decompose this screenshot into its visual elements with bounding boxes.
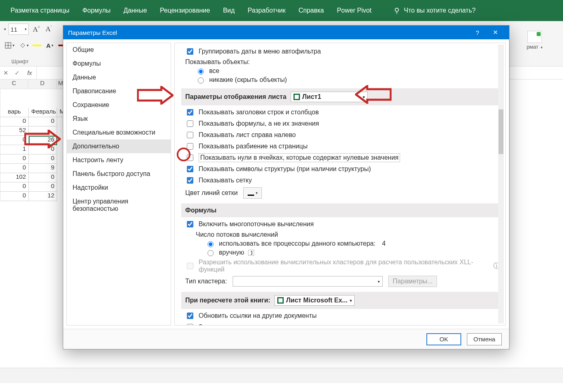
tab-view[interactable]: Вид	[223, 7, 235, 14]
label-show-objects: Показывать объекты:	[185, 58, 500, 66]
header-cell[interactable]: варь	[0, 108, 29, 117]
tab-help[interactable]: Справка	[298, 7, 324, 14]
label-show-zeros: Показывать нули в ячейках, которые содер…	[199, 153, 400, 162]
cell[interactable]: 9	[29, 164, 57, 173]
ok-button[interactable]: OK	[426, 333, 461, 345]
selected-cell[interactable]: 26	[29, 136, 57, 145]
label-all-cpu: использовать все процессоры данного комп…	[219, 240, 375, 247]
excel-workbook-icon	[277, 297, 284, 304]
fill-color-button[interactable]: ▾	[18, 40, 30, 51]
decrease-font-icon[interactable]: Aˇ	[45, 25, 51, 33]
manual-threads-input[interactable]	[248, 250, 254, 256]
options-content[interactable]: Группировать даты в меню автофильтра Пок…	[174, 43, 506, 326]
checkbox-precision[interactable]	[187, 324, 193, 326]
font-size-input[interactable]: 11 ▾	[9, 24, 29, 35]
dropdown-caret-icon: ▾	[363, 95, 365, 99]
dropdown-caret-icon[interactable]: ▾	[4, 27, 6, 31]
cell[interactable]: 0	[29, 182, 57, 192]
radio-hide-objects[interactable]	[198, 77, 204, 84]
tab-formulas[interactable]: Формулы	[82, 7, 111, 14]
borders-button[interactable]: ▾	[3, 40, 15, 51]
cell[interactable]: 1	[0, 145, 29, 154]
sidebar-item-trust-center[interactable]: Центр управления безопасностью	[67, 195, 171, 216]
cell[interactable]: 0	[0, 154, 29, 164]
sidebar-item-save[interactable]: Сохранение	[67, 98, 171, 112]
tell-me-search[interactable]: Что вы хотите сделать?	[393, 6, 476, 15]
tab-data[interactable]: Данные	[124, 7, 147, 14]
dialog-title: Параметры Excel	[68, 29, 469, 36]
col-head-c[interactable]: C	[0, 79, 28, 89]
tell-me-label: Что вы хотите сделать?	[404, 7, 476, 14]
col-head-d[interactable]: D	[28, 79, 57, 89]
tab-power-pivot[interactable]: Power Pivot	[337, 7, 371, 14]
sidebar-item-accessibility[interactable]: Специальные возможности	[67, 126, 171, 139]
paint-bucket-icon	[19, 43, 26, 48]
cell[interactable]: 52	[0, 126, 29, 136]
cell[interactable]: 0	[29, 117, 57, 126]
label-show-all: все	[209, 67, 219, 75]
checkbox-update-links[interactable]	[187, 313, 193, 319]
status-bar	[0, 368, 563, 383]
scrollbar[interactable]	[498, 45, 504, 323]
sheet-select[interactable]: Лист1 ▾	[291, 92, 368, 102]
cell[interactable]: 0	[29, 154, 57, 164]
checkbox-headers[interactable]	[187, 109, 193, 116]
close-button[interactable]: ✕	[486, 29, 504, 36]
grid-color-picker[interactable]: ▾	[243, 187, 262, 199]
cell[interactable]: 0	[29, 173, 57, 182]
cell[interactable]	[29, 126, 57, 136]
dropdown-caret-icon: ▾	[256, 191, 258, 195]
cell[interactable]: 0	[0, 182, 29, 192]
radio-show-all[interactable]	[198, 69, 204, 75]
label-headers: Показывать заголовки строк и столбцов	[199, 109, 319, 116]
cell[interactable]: 0	[0, 192, 29, 201]
sidebar-item-addins[interactable]: Надстройки	[67, 181, 171, 195]
scrollbar-thumb[interactable]	[499, 109, 503, 154]
radio-manual-threads[interactable]	[208, 250, 214, 256]
cell[interactable]: 0	[0, 117, 29, 126]
cell[interactable]: 0	[0, 136, 29, 145]
checkbox-group-dates[interactable]	[187, 48, 193, 55]
tab-page-layout[interactable]: Разметка страницы	[11, 7, 69, 14]
tab-review[interactable]: Рецензирование	[160, 7, 210, 14]
checkbox-show-zeros[interactable]	[187, 154, 193, 161]
sidebar-item-advanced[interactable]: Дополнительно	[67, 139, 171, 153]
cell[interactable]: 12	[29, 192, 57, 201]
tab-developer[interactable]: Разработчик	[248, 7, 285, 14]
checkbox-multithread[interactable]	[187, 221, 193, 227]
sidebar-item-formulas[interactable]: Формулы	[67, 57, 171, 71]
sidebar-item-customize-ribbon[interactable]: Настроить ленту	[67, 153, 171, 167]
fx-button[interactable]: fx	[23, 69, 36, 76]
sidebar-item-language[interactable]: Язык	[67, 112, 171, 126]
cancel-formula-icon[interactable]: ✕	[0, 69, 11, 77]
radio-all-cpu[interactable]	[208, 241, 214, 247]
label-rtl: Показывать лист справа налево	[199, 131, 296, 139]
font-color-button[interactable]: A ▾	[44, 40, 56, 51]
section-sheet-display: Параметры отображения листа Лист1 ▾	[181, 88, 504, 105]
help-button[interactable]: ?	[469, 29, 486, 36]
label-outline-symbols: Показывать символы структуры (при наличи…	[199, 165, 371, 173]
checkbox-pagebreaks[interactable]	[187, 143, 193, 150]
sidebar-item-quick-access[interactable]: Панель быстрого доступа	[67, 167, 171, 181]
checkbox-outline-symbols[interactable]	[187, 166, 193, 172]
cell[interactable]: 102	[0, 173, 29, 182]
header-cell[interactable]: Февраль	[29, 108, 57, 117]
sidebar-item-general[interactable]: Общие	[67, 43, 171, 57]
checkbox-gridlines[interactable]	[187, 177, 193, 184]
dialog-footer: OK Отмена	[63, 329, 509, 349]
confirm-formula-icon[interactable]: ✓	[11, 69, 23, 77]
sidebar-item-data[interactable]: Данные	[67, 71, 171, 84]
cancel-button[interactable]: Отмена	[467, 333, 502, 345]
excel-sheet-icon	[293, 94, 300, 100]
workbook-select[interactable]: Лист Microsoft Ex... ▾	[274, 295, 355, 306]
checkbox-rtl[interactable]	[187, 132, 193, 138]
dropdown-caret-icon: ▾	[350, 298, 352, 303]
increase-font-icon[interactable]: A^	[33, 25, 40, 34]
cluster-type-select[interactable]: ▾	[233, 276, 383, 287]
format-button[interactable]: рмат ▾	[523, 31, 546, 50]
cell[interactable]: 0	[29, 145, 57, 154]
sidebar-item-proofing[interactable]: Правописание	[67, 84, 171, 98]
checkbox-show-formulas[interactable]	[187, 120, 193, 127]
cell[interactable]: 0	[0, 164, 29, 173]
checkbox-xll-clusters	[187, 263, 193, 269]
